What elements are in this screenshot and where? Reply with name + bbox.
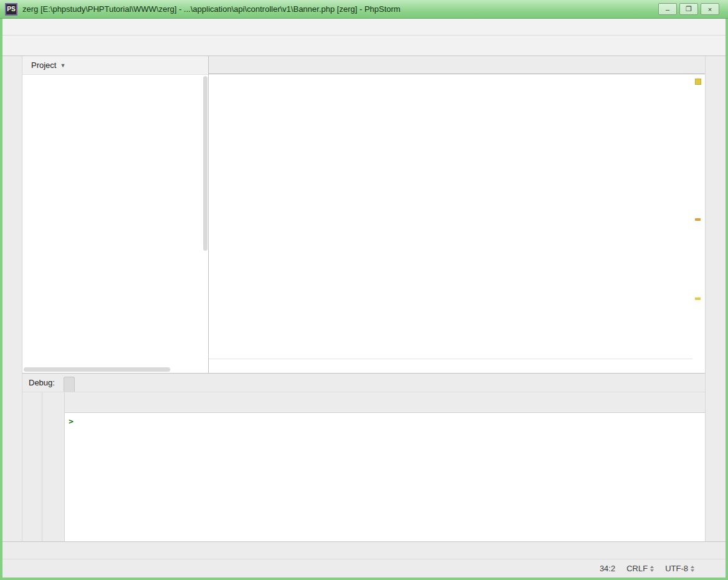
- console-actions-toolbar: [42, 392, 65, 541]
- console-prompt: >: [69, 417, 74, 426]
- analysis-status-indicator[interactable]: [695, 79, 701, 85]
- chevron-down-icon: ▼: [60, 62, 65, 69]
- phpstorm-window: PS zerg [E:\phpstudy\PHPTutorial\WWW\zer…: [0, 0, 728, 580]
- window-title: zerg [E:\phpstudy\PHPTutorial\WWW\zerg] …: [22, 4, 658, 14]
- project-panel-header: Project ▼: [22, 56, 208, 75]
- right-tool-stripe: [705, 56, 726, 541]
- minimize-button[interactable]: –: [658, 3, 677, 15]
- project-tree: [22, 75, 208, 373]
- debug-panel-header: Debug:: [22, 374, 705, 392]
- debug-tool-window: Debug: >: [22, 373, 705, 541]
- menu-bar: [2, 19, 726, 36]
- tool-window-bar: [2, 541, 726, 559]
- navigation-toolbar: [2, 36, 726, 56]
- project-panel-title: Project: [31, 60, 56, 70]
- editor-tab-bar: [209, 56, 705, 74]
- left-tool-stripe: [2, 56, 22, 541]
- caret-stripe-mark[interactable]: [695, 297, 701, 300]
- editor-divider: [209, 359, 692, 359]
- debug-session-tab[interactable]: [64, 377, 75, 392]
- title-bar: PS zerg [E:\phpstudy\PHPTutorial\WWW\zer…: [0, 0, 728, 19]
- code-area[interactable]: [209, 74, 692, 373]
- caret-position[interactable]: 34:2: [600, 564, 615, 573]
- project-panel: Project ▼: [22, 56, 209, 373]
- debug-panel-title: Debug:: [29, 378, 55, 387]
- project-view-selector[interactable]: Project ▼: [27, 60, 203, 70]
- debug-view-tabs: [65, 392, 705, 413]
- line-separator-selector[interactable]: CRLF: [626, 564, 654, 573]
- project-vertical-scrollbar[interactable]: [203, 76, 208, 251]
- project-horizontal-scrollbar[interactable]: [24, 367, 170, 372]
- debug-actions-toolbar: [22, 392, 42, 541]
- maximize-button[interactable]: ❐: [679, 3, 698, 15]
- editor: [209, 56, 705, 373]
- phpstorm-logo-icon: PS: [5, 3, 17, 16]
- status-bar: 34:2 CRLF UTF-8: [2, 559, 726, 578]
- warning-stripe-mark[interactable]: [695, 218, 701, 221]
- encoding-selector[interactable]: UTF-8: [665, 564, 694, 573]
- debug-console[interactable]: >: [65, 413, 705, 541]
- close-button[interactable]: ×: [701, 3, 719, 15]
